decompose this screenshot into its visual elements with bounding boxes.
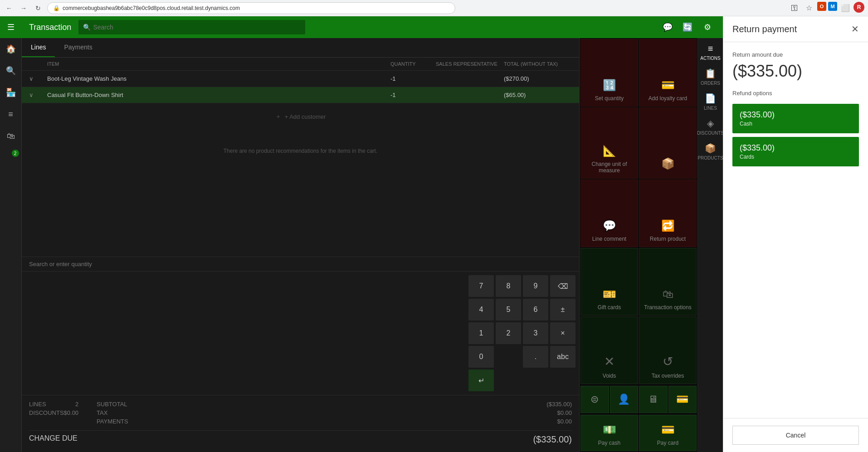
discounts-label: DISCOUNTS xyxy=(697,131,723,136)
numpad-4[interactable]: 4 xyxy=(468,299,494,321)
tax-label: TAX xyxy=(97,409,107,416)
pos-tile-return-product[interactable]: 🔁 Return product xyxy=(639,180,697,247)
add-customer-icon: ＋ xyxy=(275,112,281,121)
numpad-abc[interactable]: abc xyxy=(550,346,575,368)
return-product-icon: 🔁 xyxy=(661,219,675,232)
ext-office-icon[interactable]: O xyxy=(817,2,826,11)
numpad-multiply[interactable]: × xyxy=(550,322,575,344)
pos-tile-add-loyalty-card[interactable]: 💳 Add loyalty card xyxy=(639,39,697,107)
refund-option-cards[interactable]: ($335.00) Cards xyxy=(732,137,859,166)
back-button[interactable]: ← xyxy=(4,3,15,14)
return-panel-title: Return payment xyxy=(732,24,797,34)
action-btn-products[interactable]: 📦 PRODUCTS xyxy=(700,139,722,164)
action-btn-lines[interactable]: 📄 LINES xyxy=(700,89,722,114)
voids-label: Voids xyxy=(603,373,616,379)
pos-tile-pay-cash[interactable]: 💵 Pay cash xyxy=(580,415,638,451)
numpad-3[interactable]: 3 xyxy=(523,322,548,344)
unit-measure-icon: 📐 xyxy=(603,145,616,157)
pay-cash-icon: 💵 xyxy=(603,423,616,436)
numpad-2[interactable]: 2 xyxy=(496,322,521,344)
numpad-plusminus[interactable]: ± xyxy=(550,299,575,321)
bookmark-btn[interactable]: ☆ xyxy=(803,2,815,15)
ext-ms-icon[interactable]: M xyxy=(828,2,837,11)
url-bar[interactable]: 🔒 commercebugbashea9b6abc78e0c9d8pos.clo… xyxy=(47,2,455,14)
numpad-enter[interactable]: ↵ xyxy=(468,369,494,391)
pos-tile-pay-card[interactable]: 💳 Pay card xyxy=(639,415,697,451)
return-panel: Return payment ✕ Return amount due ($335… xyxy=(723,16,868,452)
voids-icon: ✕ xyxy=(604,354,614,369)
discounts-icon: ◈ xyxy=(707,118,714,129)
pos-tile-change-unit[interactable]: 📐 Change unit of measure xyxy=(580,107,638,179)
chat-button[interactable]: 💬 xyxy=(659,19,676,35)
sidebar-lines[interactable]: ≡ xyxy=(0,103,22,125)
numpad-backspace[interactable]: ⌫ xyxy=(550,275,575,297)
cancel-button[interactable]: Cancel xyxy=(732,426,859,445)
sidebar-store[interactable]: 🏪 xyxy=(0,82,22,103)
payments-label: PAYMENTS xyxy=(97,418,128,425)
action-btn-discounts[interactable]: ◈ DISCOUNTS xyxy=(700,114,722,139)
pos-small-tile-3[interactable]: 🖥 xyxy=(639,386,668,413)
pos-tile-gift-cards[interactable]: 🎫 Gift cards xyxy=(580,248,638,316)
sidebar-bag[interactable]: 🛍 xyxy=(0,125,22,147)
numpad-7[interactable]: 7 xyxy=(468,275,494,297)
sidebar-search[interactable]: 🔍 xyxy=(0,60,22,82)
sidebar-home[interactable]: 🏠 xyxy=(0,38,22,60)
settings-button[interactable]: ⚙ xyxy=(699,19,716,35)
reload-button[interactable]: ↻ xyxy=(33,3,44,14)
orders-label: ORDERS xyxy=(701,81,720,86)
top-bar: Transaction 🔍 💬 🔄 ⚙ xyxy=(22,16,723,38)
menu-button[interactable]: ☰ xyxy=(0,16,22,38)
refresh-button[interactable]: 🔄 xyxy=(679,19,696,35)
change-due-label: CHANGE DUE xyxy=(29,434,78,445)
actions-icon: ≡ xyxy=(708,44,713,54)
tab-payments[interactable]: Payments xyxy=(55,38,101,57)
refund-option-cash-label: Cash xyxy=(740,121,852,127)
table-row[interactable]: ∨ Casual Fit Button-Down Shirt -1 ($65.0… xyxy=(22,87,579,103)
close-panel-button[interactable]: ✕ xyxy=(851,24,859,34)
numpad-0[interactable]: 0 xyxy=(468,346,494,368)
products-icon: 📦 xyxy=(705,143,716,154)
quantity-input[interactable] xyxy=(29,261,572,267)
pos-small-tiles: ⊜ 👤 🖥 💳 xyxy=(580,385,697,414)
numpad-6[interactable]: 6 xyxy=(523,299,548,321)
small-tile-2-icon: 👤 xyxy=(618,394,630,405)
pos-tile-tax-overrides[interactable]: ↺ Tax overrides xyxy=(639,316,697,384)
pos-tile-blank[interactable]: 📦 xyxy=(639,107,697,179)
app-layout: ☰ 🏠 🔍 🏪 ≡ 🛍 Transaction 🔍 💬 🔄 ⚙ xyxy=(0,16,868,452)
pos-small-tile-1[interactable]: ⊜ xyxy=(580,386,609,413)
pos-tile-line-comment[interactable]: 💬 Line comment xyxy=(580,180,638,247)
add-customer[interactable]: ＋ + Add customer xyxy=(22,103,579,130)
pos-small-tile-2[interactable]: 👤 xyxy=(610,386,639,413)
numpad-9[interactable]: 9 xyxy=(523,275,548,297)
col-item: ITEM xyxy=(47,61,390,67)
pos-tile-transaction-options[interactable]: 🛍 Transaction options xyxy=(639,248,697,316)
pay-cash-label: Pay cash xyxy=(598,440,620,446)
action-btn-actions[interactable]: ≡ ACTIONS xyxy=(700,40,722,64)
numpad-1[interactable]: 1 xyxy=(468,322,494,344)
quantity-search xyxy=(22,257,579,271)
pos-tile-set-quantity[interactable]: 🔢 Set quantity xyxy=(580,39,638,107)
numpad-8[interactable]: 8 xyxy=(496,275,521,297)
expand-icon: ∨ xyxy=(29,92,47,98)
search-input[interactable] xyxy=(78,20,305,34)
numpad-dot[interactable]: . xyxy=(523,346,548,368)
pos-tile-voids[interactable]: ✕ Voids xyxy=(580,316,638,384)
refund-option-cash[interactable]: ($335.00) Cash xyxy=(732,104,859,133)
summary-discounts: DISCOUNTS $0.00 xyxy=(29,409,78,416)
action-btn-orders[interactable]: 📋 ORDERS xyxy=(700,64,722,89)
discounts-label: DISCOUNTS xyxy=(29,409,64,416)
pos-small-tile-4[interactable]: 💳 xyxy=(668,386,697,413)
profile-avatar[interactable]: R xyxy=(853,2,864,13)
summary-lines: LINES 2 xyxy=(29,401,78,408)
table-row[interactable]: ∨ Boot-Leg Vintage Wash Jeans -1 ($270.0… xyxy=(22,71,579,87)
key-icon-btn[interactable]: ⚿ xyxy=(788,2,801,15)
change-due-value: ($335.00) xyxy=(533,434,572,445)
tab-lines[interactable]: Lines xyxy=(22,38,55,57)
sidebar-notifications[interactable] xyxy=(0,147,22,169)
ext-square-btn[interactable]: ⬜ xyxy=(839,2,852,15)
numpad-5[interactable]: 5 xyxy=(496,299,521,321)
transaction-options-icon: 🛍 xyxy=(663,288,673,301)
forward-button[interactable]: → xyxy=(18,3,29,14)
search-wrapper: 🔍 xyxy=(78,20,305,34)
lines-icon: 📄 xyxy=(705,93,716,104)
